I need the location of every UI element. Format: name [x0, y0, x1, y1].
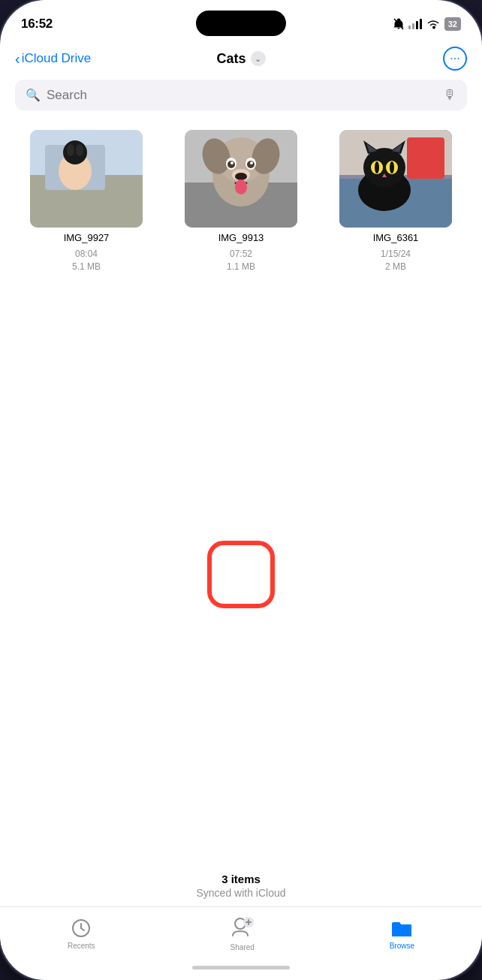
svg-point-21	[235, 173, 247, 180]
status-icons: 32	[393, 17, 461, 31]
svg-point-19	[250, 161, 253, 164]
svg-point-7	[76, 144, 83, 156]
list-item[interactable]: IMG_9913 07:52 1.1 MB	[170, 130, 312, 273]
browse-label: Browse	[390, 942, 414, 950]
mute-icon	[393, 18, 404, 30]
dynamic-island	[196, 11, 286, 36]
tab-bar: Recents Shared	[0, 906, 482, 954]
tab-recents[interactable]: Recents	[53, 915, 110, 953]
nav-more-area: ···	[316, 47, 467, 71]
file-thumbnail-3	[339, 130, 452, 228]
file-grid: IMG_9927 08:04 5.1 MB	[0, 122, 482, 288]
home-indicator	[0, 954, 482, 980]
more-options-button[interactable]: ···	[443, 47, 467, 71]
nav-title-area: Cats ⌄	[166, 51, 317, 67]
back-chevron-icon: ‹	[15, 50, 20, 68]
signal-bars	[408, 19, 422, 29]
svg-point-22	[235, 179, 247, 194]
sync-status: Synced with iCloud	[0, 887, 482, 899]
search-container: 🔍 🎙	[0, 80, 482, 122]
search-input[interactable]	[47, 88, 437, 103]
phone-frame: 16:52	[0, 0, 482, 980]
nav-title: Cats	[217, 51, 246, 67]
file-name-3: IMG_6361	[373, 232, 419, 243]
home-bar	[192, 966, 290, 969]
svg-point-5	[63, 140, 87, 164]
file-meta-3: 1/15/24 2 MB	[381, 248, 411, 273]
phone-screen: 16:52	[0, 0, 482, 980]
back-label: iCloud Drive	[22, 51, 92, 66]
footer-info: 3 items Synced with iCloud	[0, 861, 482, 906]
recents-icon	[71, 918, 92, 939]
svg-point-28	[363, 148, 405, 187]
svg-point-36	[390, 161, 394, 173]
content-area	[0, 288, 482, 861]
svg-rect-26	[407, 137, 444, 179]
search-bar[interactable]: 🔍 🎙	[15, 80, 467, 110]
tab-browse[interactable]: Browse	[375, 915, 429, 953]
back-button[interactable]: ‹ iCloud Drive	[15, 50, 166, 68]
browse-icon	[390, 918, 413, 939]
svg-point-35	[375, 161, 379, 173]
tab-shared[interactable]: Shared	[215, 913, 270, 954]
file-name-1: IMG_9927	[64, 232, 110, 243]
list-item[interactable]: IMG_9927 08:04 5.1 MB	[15, 130, 158, 273]
chevron-down-icon: ⌄	[255, 54, 261, 64]
recents-label: Recents	[68, 942, 95, 950]
wifi-icon	[426, 19, 440, 29]
nav-bar: ‹ iCloud Drive Cats ⌄ ···	[0, 41, 482, 80]
title-dropdown-button[interactable]: ⌄	[251, 51, 266, 66]
status-time: 16:52	[21, 17, 53, 32]
svg-point-18	[230, 161, 233, 164]
item-count: 3 items	[0, 873, 482, 885]
svg-point-6	[67, 144, 74, 156]
ellipsis-icon: ···	[450, 52, 459, 65]
file-thumbnail-2	[185, 130, 297, 228]
search-icon: 🔍	[26, 88, 41, 102]
shared-label: Shared	[230, 943, 255, 951]
red-square-overlay	[207, 541, 275, 608]
svg-line-40	[81, 928, 84, 930]
shared-badge-container	[231, 916, 254, 940]
microphone-icon[interactable]: 🎙	[443, 87, 456, 103]
file-meta-1: 08:04 5.1 MB	[72, 248, 101, 273]
file-meta-2: 07:52 1.1 MB	[227, 248, 255, 273]
file-name-2: IMG_9913	[218, 232, 264, 243]
battery-icon: 32	[444, 17, 461, 31]
list-item[interactable]: IMG_6361 1/15/24 2 MB	[324, 130, 467, 273]
shared-icon	[231, 916, 254, 937]
file-thumbnail-1	[30, 130, 143, 228]
